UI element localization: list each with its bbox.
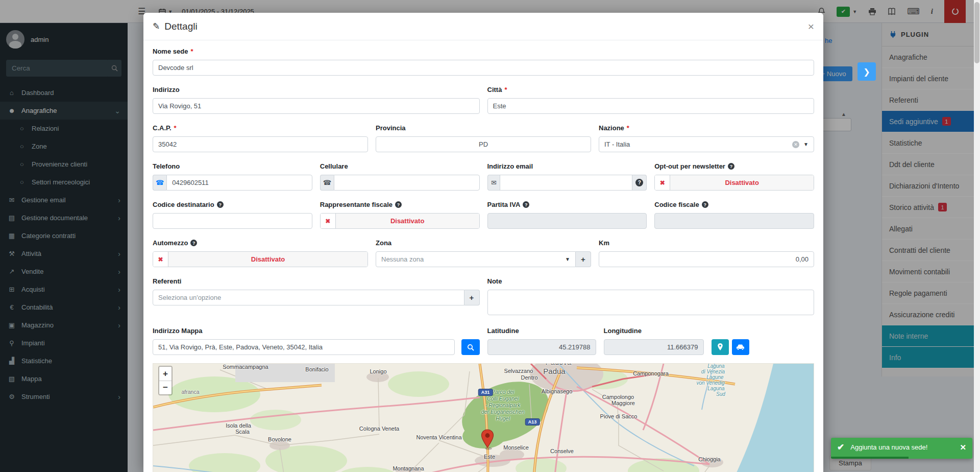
map-zoom-control: + − (158, 366, 173, 395)
car-icon (736, 344, 745, 350)
email-help-icon[interactable]: ? (632, 175, 647, 191)
motorway-badge: A13 (525, 418, 540, 426)
help-icon[interactable]: ? (728, 163, 734, 170)
telefono-input[interactable] (166, 175, 312, 191)
field-label: Latitudine (487, 327, 596, 335)
field-label: Rappresentante fiscale? (320, 201, 480, 208)
help-icon[interactable]: ? (395, 201, 402, 208)
nazione-select[interactable]: IT - Italia ✕ ▼ (599, 136, 814, 152)
search-icon (467, 344, 474, 351)
map-marker-icon (717, 343, 723, 351)
field-label: Note (487, 277, 815, 285)
motorway-badge: A31 (478, 389, 493, 396)
zoom-out-button[interactable]: − (159, 381, 172, 394)
location-marker-icon[interactable] (481, 429, 494, 451)
field-label: Longitudine (604, 327, 704, 335)
longitudine-input (604, 339, 704, 355)
field-label: Nazione* (599, 124, 814, 132)
modal-body: Nome sede* Indirizzo Città* C.A.P.* (143, 40, 823, 472)
close-icon[interactable]: × (808, 21, 814, 32)
field-label: Km (599, 239, 814, 247)
field-label: Provincia (376, 124, 591, 132)
modal-title: ✎ Dettagli (153, 21, 198, 32)
clear-selection-icon[interactable]: ✕ (792, 141, 799, 148)
toggle-state: Disattivato (336, 214, 479, 228)
field-label: Indirizzo email (487, 162, 647, 170)
toast-progress-bar (831, 457, 909, 459)
geocode-search-button[interactable] (461, 339, 480, 355)
scrollbar-thumb[interactable] (974, 2, 979, 63)
x-icon: ✖ (655, 175, 670, 190)
help-icon[interactable]: ? (523, 201, 529, 208)
rappresentante-fiscale-toggle[interactable]: ✖ Disattivato (320, 213, 480, 229)
pencil-icon: ✎ (153, 21, 160, 32)
toast-message: Aggiunta una nuova sede! (850, 443, 927, 451)
referenti-select[interactable]: Seleziona un'opzione (153, 290, 464, 305)
field-label: Referenti (153, 277, 480, 285)
field-label: C.A.P.* (153, 124, 368, 132)
cellulare-input[interactable] (334, 175, 479, 191)
unloaded-tile (235, 364, 335, 382)
field-label: Codice fiscale? (654, 201, 814, 208)
field-label: Telefono (153, 162, 312, 170)
field-label: Indirizzo (153, 86, 480, 93)
plugin-panel-toggle-button[interactable]: ❯ (857, 62, 876, 81)
success-toast[interactable]: ✔ Aggiunta una nuova sede! ✕ (831, 438, 972, 459)
codice-fiscale-input (654, 213, 814, 229)
page-scrollbar[interactable] (974, 0, 980, 472)
field-label: Zona (376, 239, 591, 247)
modal-header: ✎ Dettagli × (143, 13, 823, 40)
check-icon: ✔ (837, 442, 844, 453)
field-label: Partita IVA? (487, 201, 647, 208)
note-textarea[interactable] (487, 290, 815, 315)
add-zona-button[interactable]: + (576, 251, 591, 267)
citta-input[interactable] (487, 98, 815, 114)
zona-select[interactable]: Nessuna zona ▼ (376, 251, 576, 267)
partita-iva-input (487, 213, 647, 229)
field-label: Città* (487, 86, 815, 93)
add-referente-button[interactable]: + (464, 290, 480, 305)
field-label: Opt-out per newsletter? (654, 162, 814, 170)
caret-down-icon: ▼ (565, 256, 570, 262)
indirizzo-mappa-input[interactable] (153, 339, 455, 355)
phone-icon: ☎ (320, 175, 334, 191)
field-label: Automezzo? (153, 239, 368, 247)
km-input[interactable] (599, 251, 814, 267)
automezzo-toggle[interactable]: ✖ Disattivato (153, 251, 368, 267)
screen: ☰ ▼ 01/01/2025 - 31/12/2025 ✔ ▼ ⌨ i (0, 0, 980, 472)
map-marker-button[interactable] (712, 339, 729, 355)
field-label: Nome sede* (153, 48, 814, 55)
help-icon[interactable]: ? (702, 201, 708, 208)
envelope-icon: ✉ (487, 175, 500, 191)
latitudine-input (487, 339, 596, 355)
zoom-in-button[interactable]: + (159, 367, 172, 381)
toggle-state: Disattivato (670, 175, 814, 190)
field-label: Cellulare (320, 162, 480, 170)
field-label: Indirizzo Mappa (153, 327, 455, 335)
caret-down-icon: ▼ (803, 141, 808, 147)
toast-close-icon[interactable]: ✕ (960, 443, 966, 452)
indirizzo-input[interactable] (153, 98, 480, 114)
route-car-button[interactable] (732, 339, 749, 355)
dettagli-modal: ✎ Dettagli × Nome sede* Indirizzo Città* (143, 13, 823, 472)
help-icon[interactable]: ? (217, 201, 224, 208)
codice-destinatario-input[interactable] (153, 213, 312, 229)
toggle-state: Disattivato (168, 252, 368, 267)
optout-toggle[interactable]: ✖ Disattivato (654, 175, 814, 191)
x-icon: ✖ (153, 252, 168, 267)
x-icon: ✖ (321, 214, 336, 228)
nome-sede-input[interactable] (153, 60, 814, 76)
provincia-input[interactable] (376, 136, 591, 152)
leaflet-map[interactable]: ✈ SommacampagnaafrancaBonifacioLonigoSel… (153, 363, 814, 472)
phone-icon: ☎ (153, 175, 166, 191)
email-input[interactable] (500, 175, 632, 191)
field-label: Codice destinatario? (153, 201, 312, 208)
help-icon[interactable]: ? (190, 240, 197, 246)
cap-input[interactable] (153, 136, 368, 152)
